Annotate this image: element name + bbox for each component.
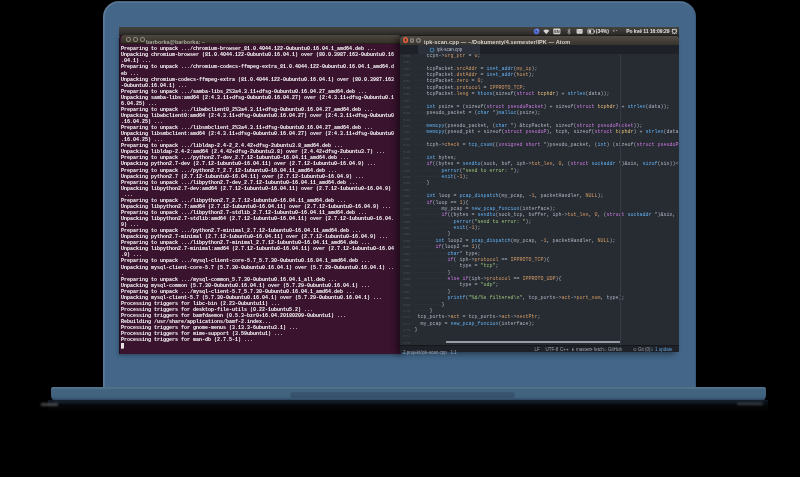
svg-text:EN: EN <box>554 29 560 34</box>
